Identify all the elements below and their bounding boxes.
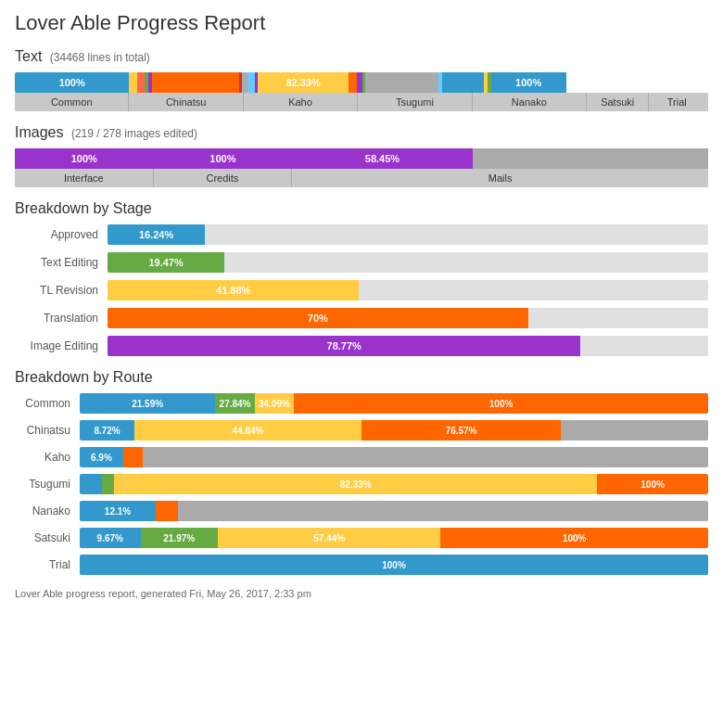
text-bar-segment: 100%: [15, 72, 129, 93]
text-bar-segment: [442, 72, 484, 93]
route-bar-container: 12.1%: [80, 501, 708, 521]
route-bar-seg: [561, 420, 708, 441]
stage-row-label: Translation: [15, 312, 108, 325]
route-bar-seg: [123, 447, 143, 467]
route-row: Tsugumi82.33%100%: [15, 474, 708, 494]
route-row-label: Chinatsu: [15, 424, 80, 437]
route-bar-seg: 44.84%: [134, 420, 362, 441]
images-bar-segment: [473, 148, 708, 169]
text-progress-bar: 100%82.33%100%: [15, 72, 708, 93]
text-label: Tsugumi: [358, 93, 472, 111]
route-rows: Common21.59%27.84%34.09%100%Chinatsu8.72…: [15, 393, 708, 575]
route-bar-seg: 100%: [597, 474, 708, 494]
route-bar-container: 100%: [80, 555, 708, 575]
stage-rows: Approved16.24%Text Editing19.47%TL Revis…: [15, 224, 708, 356]
route-bar-container: 8.72%44.84%76.57%: [80, 420, 708, 441]
route-bar-seg: 12.1%: [80, 501, 156, 521]
stage-bar-fill: 70%: [108, 308, 528, 328]
stage-bar-container: 41.88%: [108, 280, 708, 300]
route-bar-container: 21.59%27.84%34.09%100%: [80, 393, 708, 414]
stage-row-label: TL Revision: [15, 284, 108, 297]
route-bar-container: 6.9%: [80, 447, 708, 467]
images-section-label: Images: [15, 124, 63, 140]
stage-bar-fill: 41.88%: [108, 280, 359, 300]
images-bar-segment: 58.45%: [292, 148, 472, 169]
route-bar-seg: 57.44%: [218, 528, 440, 548]
images-bar-segment: 100%: [15, 148, 154, 169]
route-row-label: Tsugumi: [15, 478, 80, 491]
text-section-heading: Text (34468 lines in total): [15, 48, 708, 65]
images-bar-segment: 100%: [154, 148, 293, 169]
images-section-heading: Images (219 / 278 images edited): [15, 124, 708, 141]
text-label: Nanako: [473, 93, 587, 111]
route-row: Satsuki9.67%21.97%57.44%100%: [15, 528, 708, 548]
stage-row: Approved16.24%: [15, 224, 708, 245]
images-section-subtitle: (219 / 278 images edited): [71, 127, 197, 140]
text-label: Chinatsu: [129, 93, 243, 111]
route-bar-seg: 82.33%: [114, 474, 597, 494]
route-row: Chinatsu8.72%44.84%76.57%: [15, 420, 708, 441]
route-bar-seg: 100%: [294, 393, 708, 414]
images-section: Images (219 / 278 images edited) 100%100…: [15, 124, 708, 187]
text-bar-segment: 100%: [491, 72, 566, 93]
stage-bar-container: 16.24%: [108, 224, 708, 245]
stage-bar-container: 78.77%: [108, 336, 708, 356]
images-label: Interface: [15, 169, 154, 187]
stage-bar-container: 70%: [108, 308, 708, 328]
text-bar-segment: 82.33%: [258, 72, 348, 93]
route-bar-seg: [156, 501, 178, 521]
stage-row-label: Text Editing: [15, 256, 108, 269]
stage-bar-fill: 19.47%: [108, 252, 224, 273]
route-row-label: Common: [15, 397, 80, 410]
route-bar-seg: 9.67%: [80, 528, 141, 548]
images-label: Credits: [154, 169, 293, 187]
breakdown-stage-title: Breakdown by Stage: [15, 200, 708, 217]
stage-bar-fill: 16.24%: [108, 224, 205, 245]
stage-row-label: Image Editing: [15, 339, 108, 352]
route-bar-container: 82.33%100%: [80, 474, 708, 494]
route-bar-seg: [102, 474, 115, 494]
route-bar-container: 9.67%21.97%57.44%100%: [80, 528, 708, 548]
stage-row: Image Editing78.77%: [15, 336, 708, 356]
route-row: Common21.59%27.84%34.09%100%: [15, 393, 708, 414]
text-bar-segment: [349, 72, 357, 93]
text-bar-segment: [152, 72, 239, 93]
text-labels-row: CommonChinatsuKahoTsugumiNanakoSatsukiTr…: [15, 93, 708, 111]
stage-row: TL Revision41.88%: [15, 280, 708, 300]
route-row-label: Nanako: [15, 504, 80, 517]
breakdown-route-title: Breakdown by Route: [15, 369, 708, 386]
text-section-subtitle: (34468 lines in total): [50, 51, 150, 64]
text-section: Text (34468 lines in total) 100%82.33%10…: [15, 48, 708, 111]
route-bar-seg: 21.59%: [80, 393, 215, 414]
page-title: Lover Able Progress Report: [15, 11, 708, 35]
route-row: Nanako12.1%: [15, 501, 708, 521]
route-bar-seg: 6.9%: [80, 447, 123, 467]
stage-bar-container: 19.47%: [108, 252, 708, 273]
route-row-label: Kaho: [15, 451, 80, 464]
breakdown-stage-section: Breakdown by Stage Approved16.24%Text Ed…: [15, 200, 708, 356]
route-bar-seg: 100%: [440, 528, 708, 548]
route-row-label: Satsuki: [15, 531, 80, 544]
footer: Lover Able progress report, generated Fr…: [15, 588, 708, 599]
text-label: Satsuki: [587, 93, 649, 111]
text-label: Trial: [649, 93, 704, 111]
stage-row: Translation70%: [15, 308, 708, 328]
stage-bar-fill: 78.77%: [108, 336, 580, 356]
text-bar-segment: [137, 72, 144, 93]
route-bar-seg: [178, 501, 708, 521]
images-label: Mails: [292, 169, 708, 187]
images-labels-row: InterfaceCreditsMails: [15, 169, 708, 187]
route-bar-seg: 8.72%: [80, 420, 134, 441]
text-bar-segment: [247, 72, 254, 93]
route-row: Kaho6.9%: [15, 447, 708, 467]
breakdown-route-section: Breakdown by Route Common21.59%27.84%34.…: [15, 369, 708, 575]
text-label: Kaho: [244, 93, 358, 111]
route-bar-seg: 100%: [80, 555, 708, 575]
route-bar-seg: 21.97%: [141, 528, 218, 548]
route-bar-seg: [143, 447, 708, 467]
stage-row-label: Approved: [15, 228, 108, 241]
images-progress-bar: 100%100%58.45%: [15, 148, 708, 169]
text-label: Common: [15, 93, 129, 111]
route-bar-seg: [80, 474, 102, 494]
text-section-label: Text: [15, 48, 42, 64]
